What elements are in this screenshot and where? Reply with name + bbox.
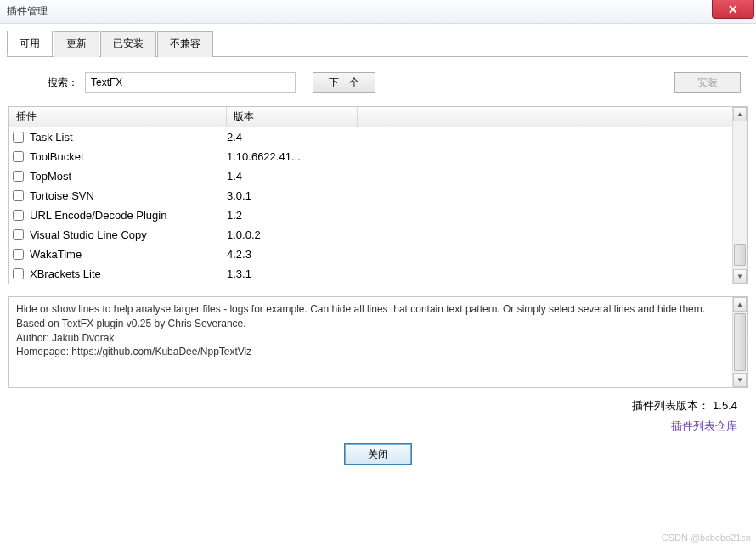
table-row[interactable]: Task List2.4 (9, 127, 747, 147)
search-input[interactable] (85, 72, 296, 93)
plugin-admin-window: 插件管理 ✕ 可用 更新 已安装 不兼容 搜索： 下一个 安装 插件 版本 Ta… (0, 0, 756, 546)
table-row[interactable]: ToolBucket1.10.6622.41... (9, 147, 747, 166)
row-plugin-version: 4.2.3 (227, 248, 747, 261)
table-row[interactable]: TopMost1.4 (9, 166, 747, 186)
scroll-thumb[interactable] (734, 313, 746, 371)
version-value: 1.5.4 (713, 399, 737, 412)
search-row: 搜索： 下一个 安装 (8, 72, 748, 93)
row-checkbox-cell (13, 171, 26, 182)
scroll-down-icon[interactable]: ▼ (733, 373, 747, 387)
row-plugin-version: 1.4 (227, 170, 747, 183)
row-checkbox[interactable] (13, 171, 24, 182)
row-checkbox-cell (13, 190, 26, 201)
row-plugin-version: 1.0.0.2 (227, 228, 747, 241)
table-row[interactable]: Visual Studio Line Copy1.0.0.2 (9, 225, 747, 245)
row-checkbox-cell (13, 229, 26, 240)
row-checkbox[interactable] (13, 132, 24, 143)
tab-updates[interactable]: 更新 (54, 31, 99, 57)
row-checkbox-cell (13, 132, 26, 143)
tab-bar: 可用 更新 已安装 不兼容 (7, 31, 748, 57)
row-checkbox[interactable] (13, 268, 24, 279)
row-plugin-name: Visual Studio Line Copy (26, 228, 227, 241)
table-row[interactable]: Tortoise SVN3.0.1 (9, 186, 747, 205)
row-checkbox[interactable] (13, 229, 24, 240)
footer-close-row: 关闭 (8, 444, 748, 464)
table-scrollbar[interactable]: ▲ ▼ (732, 107, 747, 284)
scroll-thumb[interactable] (734, 244, 746, 266)
row-checkbox[interactable] (13, 210, 24, 221)
plugin-table: 插件 版本 Task List2.4ToolBucket1.10.6622.41… (8, 106, 748, 284)
table-body: Task List2.4ToolBucket1.10.6622.41...Top… (9, 127, 747, 284)
window-title: 插件管理 (7, 4, 48, 19)
table-row[interactable]: XBrackets Lite1.3.1 (9, 264, 747, 284)
row-plugin-version: 1.3.1 (227, 267, 747, 280)
close-icon: ✕ (728, 3, 738, 16)
install-button[interactable]: 安装 (674, 72, 741, 93)
scroll-up-icon[interactable]: ▲ (733, 297, 747, 312)
table-row[interactable]: WakaTime4.2.3 (9, 245, 747, 264)
row-plugin-name: WakaTime (26, 248, 227, 261)
row-checkbox-cell (13, 210, 26, 221)
tab-available[interactable]: 可用 (7, 31, 53, 56)
scroll-track[interactable] (733, 312, 747, 373)
row-plugin-name: TopMost (26, 170, 227, 183)
description-text: Hide or show lines to help analyse large… (16, 302, 723, 359)
row-plugin-name: XBrackets Lite (26, 267, 227, 280)
desc-scrollbar[interactable]: ▲ ▼ (732, 297, 747, 387)
repo-link[interactable]: 插件列表仓库 (671, 419, 737, 432)
table-row[interactable]: URL Encode/Decode Plugin1.2 (9, 205, 747, 225)
row-checkbox-cell (13, 249, 26, 260)
column-header-version[interactable]: 版本 (227, 107, 358, 127)
search-label: 搜索： (48, 76, 78, 90)
row-checkbox-cell (13, 151, 26, 162)
row-plugin-name: Tortoise SVN (26, 189, 227, 202)
row-plugin-name: URL Encode/Decode Plugin (26, 209, 227, 222)
dialog-content: 可用 更新 已安装 不兼容 搜索： 下一个 安装 插件 版本 Task List… (0, 24, 756, 546)
description-box: Hide or show lines to help analyse large… (8, 296, 748, 388)
row-plugin-name: Task List (26, 131, 227, 144)
row-plugin-version: 1.2 (227, 209, 747, 222)
row-plugin-version: 3.0.1 (227, 189, 747, 202)
scroll-down-icon[interactable]: ▼ (733, 269, 747, 284)
table-header: 插件 版本 (9, 107, 747, 127)
tab-installed[interactable]: 已安装 (100, 31, 156, 57)
row-plugin-name: ToolBucket (26, 150, 227, 163)
titlebar: 插件管理 ✕ (0, 0, 756, 24)
scroll-up-icon[interactable]: ▲ (733, 107, 747, 121)
row-plugin-version: 1.10.6622.41... (227, 150, 747, 163)
scroll-track[interactable] (733, 121, 747, 269)
window-close-button[interactable]: ✕ (712, 0, 754, 19)
close-button[interactable]: 关闭 (345, 444, 411, 464)
footer-repo: 插件列表仓库 (8, 419, 748, 434)
footer-version: 插件列表版本： 1.5.4 (8, 398, 748, 414)
tab-incompatible[interactable]: 不兼容 (157, 31, 213, 57)
row-checkbox-cell (13, 268, 26, 279)
row-checkbox[interactable] (13, 190, 24, 201)
column-header-spacer (358, 107, 747, 127)
version-label: 插件列表版本： (632, 399, 709, 412)
column-header-plugin[interactable]: 插件 (9, 107, 227, 127)
row-checkbox[interactable] (13, 249, 24, 260)
row-plugin-version: 2.4 (227, 131, 747, 144)
next-button[interactable]: 下一个 (313, 72, 375, 93)
row-checkbox[interactable] (13, 151, 24, 162)
